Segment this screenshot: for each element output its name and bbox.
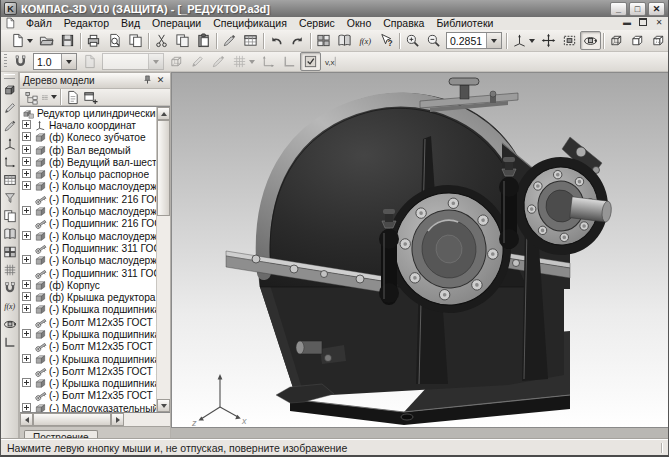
tree-item[interactable]: Редуктор цилиндрический (Тел-0, Комп xyxy=(20,107,157,119)
pan-view-button[interactable] xyxy=(538,31,559,50)
display-hidden-thin-button[interactable] xyxy=(648,31,669,50)
expand-icon[interactable] xyxy=(22,231,31,240)
expand-icon[interactable] xyxy=(22,292,31,301)
pin-icon[interactable] xyxy=(141,75,154,87)
document-manager-button[interactable] xyxy=(125,31,146,50)
snap-settings-button[interactable] xyxy=(10,52,31,71)
document-minimize-button[interactable]: ▬ xyxy=(620,18,634,29)
zoom-to-fit-button[interactable] xyxy=(559,31,580,50)
tree-item[interactable]: (-) Крышка подшипника сквозная xyxy=(20,378,157,390)
round-off-button[interactable]: v,x xyxy=(321,52,342,71)
tree-item[interactable]: (-) Болт М12х35 ГОСТ 15589-70 xyxy=(20,390,157,402)
tree-item[interactable]: (-) Кольцо распорное xyxy=(20,168,157,180)
local-cs-button[interactable] xyxy=(258,52,279,71)
tree-composition-button[interactable] xyxy=(40,90,58,105)
scrollbar-thumb[interactable] xyxy=(33,413,111,426)
undo-button[interactable] xyxy=(266,31,287,50)
scroll-right-icon[interactable] xyxy=(111,413,124,426)
3d-viewport[interactable]: z x xyxy=(171,72,669,428)
spreadsheet-button[interactable] xyxy=(240,31,261,50)
compact-tool-button-6[interactable] xyxy=(1,171,18,189)
tree-item[interactable]: (-) Крышка подшипника глухая xyxy=(20,353,157,365)
expand-icon[interactable] xyxy=(22,280,31,289)
tree-item[interactable]: (-) Подшипник: 311 ГОСТ 8338-75 xyxy=(20,242,157,254)
model-tree-header[interactable]: Дерево модели ✕ xyxy=(20,73,170,89)
redo-button[interactable] xyxy=(287,31,308,50)
title-bar[interactable]: K КОМПАС-3D V10 (ЗАЩИТА) - [_РЕДУКТОР.a3… xyxy=(1,0,668,17)
tree-item[interactable]: Начало координат xyxy=(20,119,157,131)
construction-planes-button[interactable] xyxy=(166,52,187,71)
tree-item[interactable]: (-) Крышка подшипника глухая xyxy=(20,304,157,316)
tree-item[interactable]: (-) Болт М12х35 ГОСТ 15589-70 xyxy=(20,365,157,377)
context-help-button[interactable]: ? xyxy=(376,31,397,50)
display-hidden-removed-button[interactable] xyxy=(627,31,648,50)
new-document-button[interactable] xyxy=(7,31,36,50)
expand-icon[interactable] xyxy=(22,132,31,141)
window-layout-button[interactable] xyxy=(313,31,334,50)
compact-tool-button-3[interactable] xyxy=(1,117,18,135)
paste-button[interactable] xyxy=(193,31,214,50)
zoom-out-button[interactable] xyxy=(423,31,444,50)
snaps-toggle-button[interactable] xyxy=(300,52,321,71)
grid-button[interactable] xyxy=(229,52,258,71)
compact-tool-button-8[interactable] xyxy=(1,207,18,225)
orientation-button[interactable] xyxy=(509,31,538,50)
tree-item[interactable]: (-) Кольцо маслоудерживающее (2) xyxy=(20,255,157,267)
dropdown-arrow-icon[interactable] xyxy=(61,54,76,69)
compact-tool-button-5[interactable] xyxy=(1,153,18,171)
menu-сервис[interactable]: Сервис xyxy=(293,17,341,29)
tree-item[interactable]: (-) Кольцо маслоудерживающее (1) xyxy=(20,230,157,242)
document-close-button[interactable]: ✕ xyxy=(652,18,666,29)
compact-tool-button-13[interactable]: f(x) xyxy=(1,297,18,315)
compact-tool-button-12[interactable] xyxy=(1,279,18,297)
tree-item[interactable]: (ф) Колесо зубчатое xyxy=(20,132,157,144)
panel-grip[interactable] xyxy=(4,74,14,79)
expand-icon[interactable] xyxy=(22,354,31,363)
expand-icon[interactable] xyxy=(22,120,31,129)
expand-icon[interactable] xyxy=(22,403,31,412)
cut-button[interactable] xyxy=(151,31,172,50)
compact-tool-button-9[interactable] xyxy=(1,225,18,243)
minimize-button[interactable]: _ xyxy=(610,2,627,16)
ortho-drawing-button[interactable] xyxy=(279,52,300,71)
expand-icon[interactable] xyxy=(22,304,31,313)
tree-item[interactable]: (ф) Ведущий вал-шестерня xyxy=(20,156,157,168)
tree-item[interactable]: (-) Болт М12х35 ГОСТ 15589-70 xyxy=(20,316,157,328)
tree-item[interactable]: (-) Кольцо маслоудерживающее (1) xyxy=(20,181,157,193)
dropdown-arrow-icon[interactable] xyxy=(486,33,501,48)
tree-item[interactable]: (-) Подшипник: 216 ГОСТ 8338-75 xyxy=(20,193,157,205)
scrollbar-thumb[interactable] xyxy=(157,120,170,216)
scroll-left-icon[interactable] xyxy=(20,413,33,426)
edit-element-button[interactable] xyxy=(208,52,229,71)
expand-icon[interactable] xyxy=(22,145,31,154)
functions-button[interactable]: f(x) xyxy=(355,31,376,50)
zoom-in-button[interactable] xyxy=(402,31,423,50)
tree-item[interactable]: (-) Подшипник: 311 ГОСТ 8338-75 xyxy=(20,267,157,279)
tree-item[interactable]: (-) Подшипник: 216 ГОСТ 8338-75 xyxy=(20,218,157,230)
open-document-button[interactable] xyxy=(36,31,57,50)
zoom-scale-combo[interactable]: 0.2851 xyxy=(446,32,502,49)
expand-icon[interactable] xyxy=(22,206,31,215)
toolbar-grip[interactable] xyxy=(4,54,7,69)
compact-tool-button-2[interactable] xyxy=(1,99,18,117)
sketch-button[interactable] xyxy=(187,52,208,71)
rotate-view-button[interactable] xyxy=(580,31,601,50)
tree-item[interactable]: (ф) Вал ведомый xyxy=(20,144,157,156)
zoom-scale-value[interactable]: 0.2851 xyxy=(447,35,486,47)
tree-item[interactable]: (ф) Крышка редуктора xyxy=(20,291,157,303)
scroll-up-icon[interactable] xyxy=(157,107,170,120)
copy-properties-button[interactable] xyxy=(219,31,240,50)
expand-icon[interactable] xyxy=(22,255,31,264)
additional-window-button[interactable] xyxy=(81,90,99,105)
variables-button[interactable] xyxy=(334,31,355,50)
menu-справка[interactable]: Справка xyxy=(377,17,430,29)
menu-вид[interactable]: Вид xyxy=(115,17,146,29)
menu-спецификация[interactable]: Спецификация xyxy=(207,17,293,29)
expand-icon[interactable] xyxy=(22,329,31,338)
print-button[interactable] xyxy=(83,31,104,50)
compact-tool-button-14[interactable] xyxy=(1,315,18,333)
copy-button[interactable] xyxy=(172,31,193,50)
menu-файл[interactable]: Файл xyxy=(20,17,58,29)
save-document-button[interactable] xyxy=(57,31,78,50)
tree-structure-button[interactable] xyxy=(22,90,40,105)
